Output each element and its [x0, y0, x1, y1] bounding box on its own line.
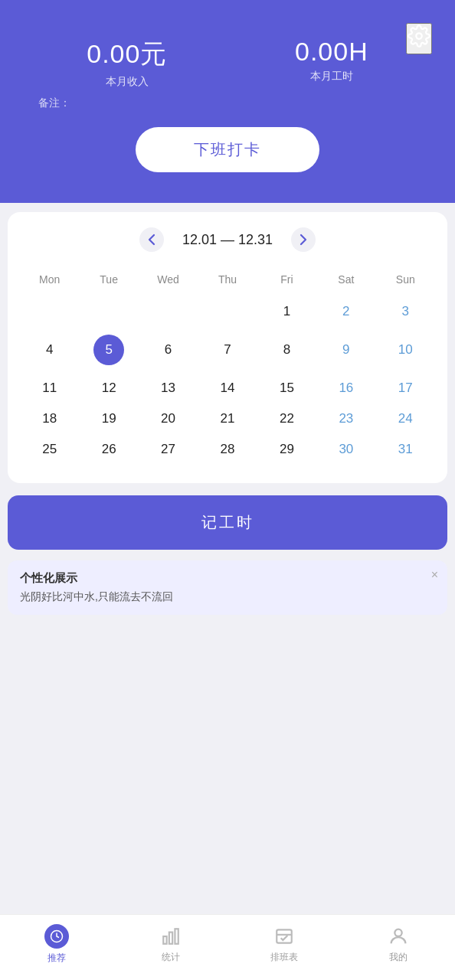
- day-cell[interactable]: 8: [257, 327, 316, 373]
- day-cell[interactable]: 25: [20, 434, 79, 465]
- nav-label-stats: 统计: [162, 951, 180, 964]
- day-cell[interactable]: 10: [376, 327, 435, 373]
- header-section: 0.00元 本月收入 0.00H 本月工时 备注： 下班打卡: [0, 0, 455, 203]
- day-cell[interactable]: 26: [79, 434, 138, 465]
- day-cell[interactable]: 21: [198, 403, 257, 434]
- day-cell[interactable]: 31: [376, 434, 435, 465]
- svg-point-0: [416, 33, 422, 39]
- day-cell[interactable]: 7: [198, 327, 257, 373]
- income-value: 0.00元: [87, 37, 167, 72]
- income-label: 本月收入: [87, 75, 167, 89]
- stats-row: 0.00元 本月收入 0.00H 本月工时: [23, 37, 432, 89]
- weekday-header: Tue: [79, 267, 138, 296]
- day-cell[interactable]: 2: [316, 296, 375, 327]
- checkin-button[interactable]: 下班打卡: [136, 127, 319, 172]
- day-cell[interactable]: 23: [316, 403, 375, 434]
- calendar-nav: 12.01 — 12.31: [20, 227, 435, 252]
- day-cell[interactable]: 16: [316, 373, 375, 403]
- day-cell[interactable]: 5: [79, 327, 138, 373]
- nav-item-stats[interactable]: 统计: [148, 925, 194, 964]
- day-cell: [79, 296, 138, 327]
- nav-item-me[interactable]: 我的: [375, 925, 421, 964]
- day-cell[interactable]: 3: [376, 296, 435, 327]
- next-month-button[interactable]: [291, 227, 316, 252]
- day-cell[interactable]: 13: [139, 373, 198, 403]
- calendar-grid: MonTueWedThuFriSatSun1234567891011121314…: [20, 267, 435, 465]
- hours-block: 0.00H 本月工时: [295, 37, 368, 89]
- day-cell[interactable]: 15: [257, 373, 316, 403]
- day-cell[interactable]: 20: [139, 403, 198, 434]
- day-cell: [198, 296, 257, 327]
- nav-label-recommend: 推荐: [47, 952, 66, 965]
- day-cell[interactable]: 12: [79, 373, 138, 403]
- weekday-header: Sat: [316, 267, 375, 296]
- nav-item-recommend[interactable]: 推荐: [34, 924, 80, 965]
- day-cell[interactable]: 27: [139, 434, 198, 465]
- weekday-header: Thu: [198, 267, 257, 296]
- day-cell: [20, 296, 79, 327]
- hours-label: 本月工时: [295, 70, 368, 83]
- svg-point-7: [394, 929, 401, 936]
- weekday-header: Wed: [139, 267, 198, 296]
- day-cell[interactable]: 24: [376, 403, 435, 434]
- income-block: 0.00元 本月收入: [87, 37, 167, 89]
- banner-text: 光阴好比河中水,只能流去不流回: [20, 590, 435, 604]
- settings-icon[interactable]: [406, 23, 432, 54]
- day-cell[interactable]: 29: [257, 434, 316, 465]
- day-cell[interactable]: 14: [198, 373, 257, 403]
- svg-rect-4: [175, 929, 178, 944]
- weekday-header: Fri: [257, 267, 316, 296]
- day-cell[interactable]: 19: [79, 403, 138, 434]
- personalization-banner: 个性化展示 光阴好比河中水,只能流去不流回 ×: [8, 560, 447, 615]
- banner-close-button[interactable]: ×: [431, 568, 438, 582]
- prev-month-button[interactable]: [139, 227, 164, 252]
- day-cell[interactable]: 11: [20, 373, 79, 403]
- day-cell[interactable]: 6: [139, 327, 198, 373]
- nav-label-schedule: 排班表: [270, 951, 298, 964]
- svg-rect-5: [277, 929, 293, 942]
- day-cell[interactable]: 18: [20, 403, 79, 434]
- nav-item-schedule[interactable]: 排班表: [261, 925, 307, 964]
- day-cell[interactable]: 1: [257, 296, 316, 327]
- day-cell[interactable]: 30: [316, 434, 375, 465]
- weekday-header: Mon: [20, 267, 79, 296]
- day-cell[interactable]: 17: [376, 373, 435, 403]
- record-hours-button[interactable]: 记工时: [8, 495, 447, 550]
- schedule-icon: [273, 925, 296, 948]
- day-cell[interactable]: 4: [20, 327, 79, 373]
- calendar-section: 12.01 — 12.31 MonTueWedThuFriSatSun12345…: [8, 212, 447, 483]
- stats-icon: [159, 925, 182, 948]
- day-cell: [139, 296, 198, 327]
- day-cell[interactable]: 9: [316, 327, 375, 373]
- note-row: 备注：: [38, 96, 432, 110]
- bottom-nav: 推荐 统计 排班表 我的: [0, 914, 455, 980]
- svg-rect-3: [169, 933, 172, 944]
- calendar-range: 12.01 — 12.31: [182, 232, 273, 248]
- clock-icon: [44, 924, 69, 949]
- banner-title: 个性化展示: [20, 571, 435, 586]
- hours-value: 0.00H: [295, 37, 368, 67]
- note-label: 备注：: [38, 96, 70, 109]
- profile-icon: [387, 925, 410, 948]
- weekday-header: Sun: [376, 267, 435, 296]
- day-cell[interactable]: 22: [257, 403, 316, 434]
- svg-rect-2: [163, 936, 166, 944]
- nav-label-me: 我的: [389, 951, 408, 964]
- day-cell[interactable]: 28: [198, 434, 257, 465]
